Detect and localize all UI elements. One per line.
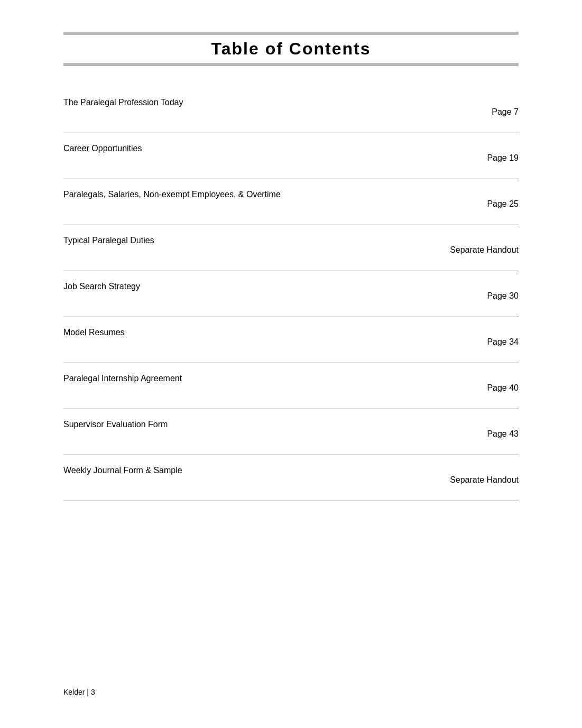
title-section: Table of Contents (63, 32, 519, 66)
footer: Kelder | 3 (63, 688, 95, 696)
entry-title-job-search: Job Search Strategy (63, 282, 140, 291)
title-bar-top (63, 32, 519, 35)
entry-top-model-resumes: Model Resumes (63, 317, 519, 337)
entry-top-supervisor-evaluation: Supervisor Evaluation Form (63, 409, 519, 429)
entry-inner-typical-duties: Typical Paralegal Duties Separate Handou… (63, 225, 519, 271)
page-number-row-career-opportunities: Page 19 (63, 153, 519, 174)
entry-divider-weekly-journal (63, 501, 519, 501)
page-number-row-internship-agreement: Page 40 (63, 383, 519, 404)
page-number-row-weekly-journal: Separate Handout (63, 475, 519, 496)
entry-inner-paralegal-profession: The Paralegal Profession Today Page 7 (63, 87, 519, 133)
toc-entry-career-opportunities: Career Opportunities Page 19 (63, 133, 519, 179)
entry-title-supervisor-evaluation: Supervisor Evaluation Form (63, 420, 168, 429)
toc-entry-model-resumes: Model Resumes Page 34 (63, 317, 519, 363)
entry-title-model-resumes: Model Resumes (63, 328, 125, 337)
entry-page-supervisor-evaluation: Page 43 (487, 429, 519, 445)
page: Table of Contents The Paralegal Professi… (0, 0, 582, 728)
page-number-row-supervisor-evaluation: Page 43 (63, 429, 519, 450)
entry-inner-weekly-journal: Weekly Journal Form & Sample Separate Ha… (63, 455, 519, 501)
toc-entries: The Paralegal Profession Today Page 7 Ca… (63, 87, 519, 501)
title-bar-bottom (63, 63, 519, 66)
entry-inner-paralegals-salaries: Paralegals, Salaries, Non-exempt Employe… (63, 179, 519, 225)
entry-page-job-search: Page 30 (487, 291, 519, 307)
entry-inner-supervisor-evaluation: Supervisor Evaluation Form Page 43 (63, 409, 519, 455)
toc-entry-paralegal-profession: The Paralegal Profession Today Page 7 (63, 87, 519, 133)
entry-top-job-search: Job Search Strategy (63, 271, 519, 291)
page-title: Table of Contents (63, 39, 519, 59)
toc-entry-supervisor-evaluation: Supervisor Evaluation Form Page 43 (63, 409, 519, 455)
entry-top-typical-duties: Typical Paralegal Duties (63, 225, 519, 245)
footer-text: Kelder | 3 (63, 688, 95, 696)
entry-page-paralegal-profession: Page 7 (492, 107, 519, 123)
entry-top-paralegals-salaries: Paralegals, Salaries, Non-exempt Employe… (63, 179, 519, 199)
toc-entry-typical-duties: Typical Paralegal Duties Separate Handou… (63, 225, 519, 271)
entry-top-weekly-journal: Weekly Journal Form & Sample (63, 455, 519, 475)
entry-title-internship-agreement: Paralegal Internship Agreement (63, 374, 182, 383)
entry-title-paralegal-profession: The Paralegal Profession Today (63, 98, 183, 107)
entry-title-weekly-journal: Weekly Journal Form & Sample (63, 466, 182, 475)
page-number-row-model-resumes: Page 34 (63, 337, 519, 358)
toc-entry-internship-agreement: Paralegal Internship Agreement Page 40 (63, 363, 519, 409)
entry-page-model-resumes: Page 34 (487, 337, 519, 353)
toc-entry-job-search: Job Search Strategy Page 30 (63, 271, 519, 317)
entry-page-career-opportunities: Page 19 (487, 153, 519, 169)
page-number-row-paralegal-profession: Page 7 (63, 107, 519, 128)
page-number-row-typical-duties: Separate Handout (63, 245, 519, 266)
page-number-row-paralegals-salaries: Page 25 (63, 199, 519, 220)
entry-page-typical-duties: Separate Handout (450, 245, 519, 261)
entry-title-typical-duties: Typical Paralegal Duties (63, 236, 154, 245)
entry-top-paralegal-profession: The Paralegal Profession Today (63, 87, 519, 107)
entry-page-paralegals-salaries: Page 25 (487, 199, 519, 215)
entry-inner-career-opportunities: Career Opportunities Page 19 (63, 133, 519, 179)
entry-inner-job-search: Job Search Strategy Page 30 (63, 271, 519, 317)
entry-top-career-opportunities: Career Opportunities (63, 133, 519, 153)
page-number-row-job-search: Page 30 (63, 291, 519, 312)
entry-title-paralegals-salaries: Paralegals, Salaries, Non-exempt Employe… (63, 190, 281, 199)
toc-entry-weekly-journal: Weekly Journal Form & Sample Separate Ha… (63, 455, 519, 501)
entry-title-career-opportunities: Career Opportunities (63, 144, 142, 153)
toc-entry-paralegals-salaries: Paralegals, Salaries, Non-exempt Employe… (63, 179, 519, 225)
entry-page-weekly-journal: Separate Handout (450, 475, 519, 491)
entry-page-internship-agreement: Page 40 (487, 383, 519, 399)
entry-top-internship-agreement: Paralegal Internship Agreement (63, 363, 519, 383)
entry-inner-model-resumes: Model Resumes Page 34 (63, 317, 519, 363)
entry-inner-internship-agreement: Paralegal Internship Agreement Page 40 (63, 363, 519, 409)
